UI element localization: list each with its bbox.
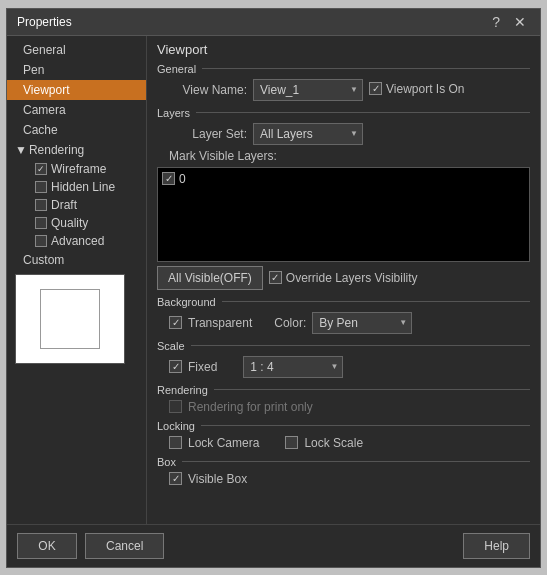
properties-dialog: Properties ? ✕ General Pen Viewport Came… bbox=[6, 8, 541, 568]
bottom-bar: OK Cancel Help bbox=[7, 524, 540, 567]
rendering-section-header: Rendering bbox=[157, 384, 530, 396]
locking-section: Locking Lock Camera Lock Scale bbox=[157, 420, 530, 450]
scale-section-header: Scale bbox=[157, 340, 530, 352]
mark-visible-label-row: Mark Visible Layers: bbox=[157, 149, 530, 163]
locking-section-header: Locking bbox=[157, 420, 530, 432]
layer-zero-label: 0 bbox=[179, 172, 186, 186]
fixed-row: Fixed 1 : 4 ▼ bbox=[157, 356, 530, 378]
layer-set-dropdown-wrapper: All Layers ▼ bbox=[253, 123, 363, 145]
help-title-button[interactable]: ? bbox=[488, 15, 504, 29]
scale-arrow-icon: ▼ bbox=[330, 362, 338, 371]
cancel-button[interactable]: Cancel bbox=[85, 533, 164, 559]
layer-zero-row: 0 bbox=[162, 172, 186, 186]
visible-box-label: Visible Box bbox=[188, 472, 247, 486]
general-section: General View Name: View_1 ▼ Viewport Is … bbox=[157, 63, 530, 101]
rendering-print-row: Rendering for print only bbox=[157, 400, 530, 414]
ok-button[interactable]: OK bbox=[17, 533, 77, 559]
fixed-checkbox[interactable] bbox=[169, 360, 182, 373]
wireframe-checkbox[interactable] bbox=[35, 163, 47, 175]
transparent-checkbox[interactable] bbox=[169, 316, 182, 329]
layers-section-header: Layers bbox=[157, 107, 530, 119]
sidebar-item-rendering[interactable]: ▼ Rendering bbox=[7, 140, 146, 160]
lock-camera-label: Lock Camera bbox=[188, 436, 259, 450]
advanced-checkbox[interactable] bbox=[35, 235, 47, 247]
title-bar-buttons: ? ✕ bbox=[488, 15, 530, 29]
sidebar-item-pen[interactable]: Pen bbox=[7, 60, 146, 80]
draft-checkbox[interactable] bbox=[35, 199, 47, 211]
layer-zero-checkbox[interactable] bbox=[162, 172, 175, 185]
viewport-is-on-label: Viewport Is On bbox=[386, 82, 464, 96]
rendering-section: Rendering Rendering for print only bbox=[157, 384, 530, 414]
locking-row: Lock Camera Lock Scale bbox=[157, 436, 530, 450]
dialog-content: General Pen Viewport Camera Cache ▼ Rend… bbox=[7, 36, 540, 524]
lock-camera-checkbox[interactable] bbox=[169, 436, 182, 449]
main-panel: Viewport General View Name: View_1 ▼ bbox=[147, 36, 540, 524]
hidden-line-checkbox[interactable] bbox=[35, 181, 47, 193]
layers-black-area: 0 bbox=[157, 167, 530, 262]
dialog-title: Properties bbox=[17, 15, 72, 29]
color-dropdown-wrapper: By Pen ▼ bbox=[312, 312, 412, 334]
view-name-dropdown-wrapper: View_1 ▼ bbox=[253, 79, 363, 101]
scale-dropdown-wrapper: 1 : 4 ▼ bbox=[243, 356, 343, 378]
visible-box-row: Visible Box bbox=[157, 472, 530, 486]
layer-set-label: Layer Set: bbox=[157, 127, 247, 141]
sidebar-item-hidden-line[interactable]: Hidden Line bbox=[7, 178, 146, 196]
layer-set-arrow-icon: ▼ bbox=[350, 129, 358, 138]
background-section-header: Background bbox=[157, 296, 530, 308]
layers-section: Layers Layer Set: All Layers ▼ Mark Visi… bbox=[157, 107, 530, 290]
sidebar: General Pen Viewport Camera Cache ▼ Rend… bbox=[7, 36, 147, 524]
sidebar-item-quality[interactable]: Quality bbox=[7, 214, 146, 232]
viewport-preview bbox=[15, 274, 125, 364]
title-bar: Properties ? ✕ bbox=[7, 9, 540, 36]
scale-section: Scale Fixed 1 : 4 ▼ bbox=[157, 340, 530, 378]
lock-scale-label: Lock Scale bbox=[304, 436, 363, 450]
color-dropdown[interactable]: By Pen ▼ bbox=[312, 312, 412, 334]
override-layers-checkbox[interactable] bbox=[269, 271, 282, 284]
preview-inner-box bbox=[40, 289, 100, 349]
sidebar-item-draft[interactable]: Draft bbox=[7, 196, 146, 214]
view-name-row: View Name: View_1 ▼ Viewport Is On bbox=[157, 79, 530, 101]
all-visible-button[interactable]: All Visible(OFF) bbox=[157, 266, 263, 290]
override-row: Override Layers Visibility bbox=[269, 271, 418, 285]
view-name-label: View Name: bbox=[157, 83, 247, 97]
sidebar-item-cache[interactable]: Cache bbox=[7, 120, 146, 140]
lock-scale-checkbox[interactable] bbox=[285, 436, 298, 449]
rendering-print-checkbox[interactable] bbox=[169, 400, 182, 413]
fixed-label: Fixed bbox=[188, 360, 217, 374]
scale-dropdown[interactable]: 1 : 4 ▼ bbox=[243, 356, 343, 378]
quality-checkbox[interactable] bbox=[35, 217, 47, 229]
rendering-print-label: Rendering for print only bbox=[188, 400, 313, 414]
view-name-dropdown[interactable]: View_1 ▼ bbox=[253, 79, 363, 101]
sidebar-item-advanced[interactable]: Advanced bbox=[7, 232, 146, 250]
layer-set-row: Layer Set: All Layers ▼ bbox=[157, 123, 530, 145]
sidebar-item-custom[interactable]: Custom bbox=[7, 250, 146, 270]
override-layers-label: Override Layers Visibility bbox=[286, 271, 418, 285]
sidebar-item-general[interactable]: General bbox=[7, 40, 146, 60]
all-visible-row: All Visible(OFF) Override Layers Visibil… bbox=[157, 266, 530, 290]
tree-toggle-icon: ▼ bbox=[15, 143, 27, 157]
view-name-arrow-icon: ▼ bbox=[350, 85, 358, 94]
visible-box-checkbox[interactable] bbox=[169, 472, 182, 485]
close-title-button[interactable]: ✕ bbox=[510, 15, 530, 29]
box-section-header: Box bbox=[157, 456, 530, 468]
color-label: Color: bbox=[274, 316, 306, 330]
bottom-bar-inner: OK Cancel Help bbox=[17, 533, 530, 559]
help-button[interactable]: Help bbox=[463, 533, 530, 559]
viewport-is-on-checkbox[interactable] bbox=[369, 82, 382, 95]
sidebar-item-wireframe[interactable]: Wireframe bbox=[7, 160, 146, 178]
transparent-label: Transparent bbox=[188, 316, 252, 330]
panel-title: Viewport bbox=[157, 42, 530, 57]
color-arrow-icon: ▼ bbox=[399, 318, 407, 327]
background-section: Background Transparent Color: By Pen ▼ bbox=[157, 296, 530, 334]
sidebar-item-viewport[interactable]: Viewport bbox=[7, 80, 146, 100]
sidebar-item-camera[interactable]: Camera bbox=[7, 100, 146, 120]
box-section: Box Visible Box bbox=[157, 456, 530, 486]
transparent-row: Transparent Color: By Pen ▼ bbox=[157, 312, 530, 334]
general-section-header: General bbox=[157, 63, 530, 75]
layer-set-dropdown[interactable]: All Layers ▼ bbox=[253, 123, 363, 145]
viewport-is-on-row: Viewport Is On bbox=[369, 82, 464, 96]
mark-visible-label: Mark Visible Layers: bbox=[169, 149, 277, 163]
